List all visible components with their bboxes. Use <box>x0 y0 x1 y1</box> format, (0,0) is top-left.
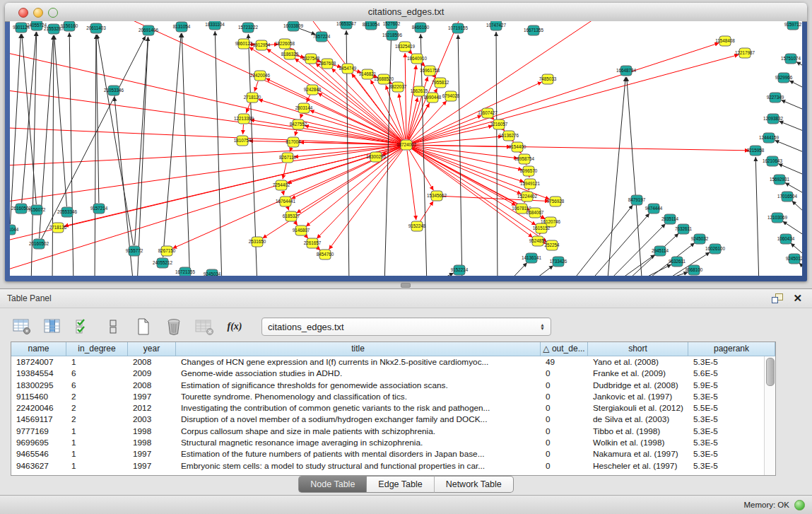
edge[interactable] <box>283 163 286 179</box>
graph-node[interactable]: 252254 <box>544 240 560 250</box>
graph-node[interactable]: 2718120 <box>244 93 261 103</box>
graph-node[interactable]: 16671355 <box>524 25 544 35</box>
graph-node[interactable]: 16136276 <box>499 131 519 141</box>
table-cell[interactable]: Wolkin et al. (1998) <box>588 437 688 448</box>
table-cell[interactable]: 1 <box>66 437 128 448</box>
table-cell[interactable]: 14569117 <box>11 414 66 425</box>
graph-node[interactable]: 14136141 <box>522 253 542 263</box>
graph-node[interactable]: 8912954 <box>253 40 271 50</box>
graph-node[interactable]: 9632611 <box>669 257 686 267</box>
graph-node[interactable]: 9152214 <box>451 265 469 275</box>
panel-splitter-handle[interactable] <box>401 283 411 288</box>
edge[interactable] <box>607 77 625 276</box>
graph-node[interactable]: 9860123 <box>235 39 253 49</box>
table-cell[interactable]: 5.3E-5 <box>688 448 775 460</box>
table-cell[interactable]: 9699695 <box>11 437 66 448</box>
graph-node[interactable]: 15949121 <box>520 179 541 189</box>
table-cell[interactable]: Hescheler et al. (1997) <box>588 460 688 472</box>
graph-node[interactable]: 2935114 <box>661 214 679 224</box>
graph-node[interactable]: 12213399 <box>234 114 254 124</box>
table-cell[interactable]: 0 <box>541 460 588 472</box>
graph-node[interactable]: 8813054 <box>363 21 380 30</box>
table-row[interactable]: 946554611997Estimation of the future num… <box>11 448 775 460</box>
edge[interactable] <box>182 33 190 276</box>
graph-node[interactable]: 18300295 <box>366 152 387 162</box>
graph-node[interactable]: 20691406 <box>139 25 159 35</box>
graph-node[interactable]: 10719155 <box>448 23 469 33</box>
graph-node[interactable]: 9155772 <box>126 246 143 256</box>
table-cell[interactable]: 5.3E-5 <box>688 437 775 448</box>
graph-node[interactable]: 16033809 <box>283 21 304 31</box>
graph-node[interactable]: 16764441 <box>276 197 296 206</box>
edge[interactable] <box>412 146 524 182</box>
graph-node[interactable]: 15692931 <box>770 175 790 185</box>
table-cell[interactable]: 9777169 <box>11 426 66 437</box>
edge[interactable] <box>458 35 462 276</box>
table-cell[interactable]: 5.3E-5 <box>688 414 775 425</box>
graph-node[interactable]: 9157214 <box>90 204 108 214</box>
float-window-icon[interactable] <box>772 293 783 303</box>
edge[interactable] <box>796 62 802 71</box>
table-row[interactable]: 1456911722003Disruption of a novel membe… <box>11 414 775 425</box>
edge[interactable] <box>135 37 148 245</box>
table-cell[interactable]: 2008 <box>128 356 176 368</box>
graph-node[interactable]: 8454749 <box>339 64 357 74</box>
table-cell[interactable]: 1 <box>66 426 128 437</box>
node-attribute-table[interactable]: namein_degreeyeartitle△ out_de...shortpa… <box>11 341 776 476</box>
graph-node[interactable]: 12093832 <box>763 114 784 124</box>
edge[interactable] <box>411 115 481 143</box>
show-columns-icon[interactable] <box>42 316 63 337</box>
edge[interactable] <box>586 214 649 276</box>
table-cell[interactable]: 1997 <box>128 448 176 460</box>
tab-node-table[interactable]: Node Table <box>298 476 366 493</box>
delete-table-icon[interactable] <box>194 316 215 337</box>
table-cell[interactable]: 5.9E-5 <box>688 380 775 391</box>
table-row[interactable]: 1830029562008Estimation of significance … <box>11 380 775 391</box>
edge[interactable] <box>792 201 802 219</box>
graph-node[interactable]: 15688520 <box>374 74 394 84</box>
graph-node[interactable]: 1733426 <box>550 257 567 267</box>
edge[interactable] <box>329 149 403 249</box>
edge[interactable] <box>52 35 54 276</box>
graph-node[interactable]: 11548408 <box>715 36 735 46</box>
table-row[interactable]: 1938455462009Genome-wide association stu… <box>11 368 775 379</box>
graph-node[interactable]: 2945114 <box>652 246 669 256</box>
table-cell[interactable]: de Silva et al. (2003) <box>588 414 688 425</box>
table-cell[interactable]: 0 <box>541 368 588 379</box>
tab-network-table[interactable]: Network Table <box>435 476 514 493</box>
edge[interactable] <box>779 121 802 134</box>
table-cell[interactable]: 49 <box>541 356 588 368</box>
graph-node[interactable]: 7955812 <box>432 78 449 88</box>
table-cell[interactable]: 0 <box>541 414 588 425</box>
graph-node[interactable]: 8267150 <box>158 246 176 256</box>
table-cell[interactable]: Structural magnetic resonance image aver… <box>176 437 541 448</box>
edge[interactable] <box>775 140 802 156</box>
graph-node[interactable]: 9227349 <box>767 93 784 103</box>
edge[interactable] <box>10 88 401 144</box>
table-row[interactable]: 969969511998Structural magnetic resonanc… <box>11 437 775 448</box>
graph-node[interactable]: 7485033 <box>539 74 557 84</box>
table-options-icon[interactable] <box>11 316 33 337</box>
graph-node[interactable]: 8427552 <box>290 119 307 129</box>
edge[interactable] <box>300 114 302 119</box>
table-cell[interactable]: 1 <box>66 356 128 368</box>
graph-node[interactable]: 7632611 <box>675 224 693 234</box>
graph-node[interactable]: 8454760 <box>317 250 334 259</box>
table-cell[interactable]: 0 <box>541 380 588 391</box>
table-cell[interactable]: Stergiakouli et al. (2012) <box>588 402 688 414</box>
table-cell[interactable]: Jankovic et al. (1997) <box>588 391 688 402</box>
graph-node[interactable]: 8466160 <box>412 23 430 33</box>
table-cell[interactable]: 5.6E-5 <box>688 368 775 379</box>
table-cell[interactable]: 1998 <box>128 426 176 437</box>
create-column-icon[interactable] <box>133 316 154 337</box>
table-cell[interactable]: Investigating the contribution of common… <box>176 402 541 414</box>
edge[interactable] <box>137 37 148 276</box>
select-rows-icon[interactable] <box>72 316 93 337</box>
graph-node[interactable]: 21053346 <box>104 86 124 95</box>
graph-node[interactable]: 1527602 <box>383 21 401 29</box>
edge[interactable] <box>505 263 527 276</box>
network-canvas[interactable]: 9301124240557242155328791561602061140320… <box>10 21 802 276</box>
table-body[interactable]: 1872400712008Changes of HCN gene express… <box>11 356 775 472</box>
column-header-short[interactable]: short <box>588 342 688 356</box>
graph-node[interactable]: 16648784 <box>616 66 637 76</box>
